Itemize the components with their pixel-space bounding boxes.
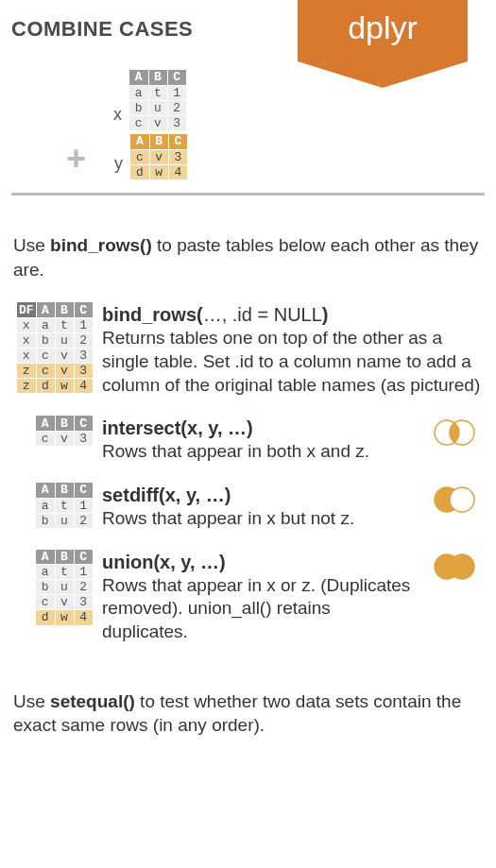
x-table: ABCat1bu2cv3 — [129, 70, 186, 130]
intersect-desc: Rows that appear in both x and z. — [102, 440, 417, 464]
intersect-table: ABCcv3 — [36, 416, 93, 446]
y-label: y — [114, 154, 123, 174]
sig-post: ) — [322, 304, 329, 325]
intersect-block: ABCcv3 intersect(x, y, …) Rows that appe… — [0, 404, 496, 471]
plus-icon: + — [66, 142, 86, 176]
union-table: ABCat1bu2cv3dw4 — [36, 550, 93, 625]
y-table: ABCcv3dw4 — [130, 134, 187, 179]
bind-rows-sig: bind_rows(…, .id = NULL) — [102, 302, 483, 327]
venn-union-icon — [430, 550, 479, 584]
section-title: COMBINE CASES — [11, 17, 193, 42]
union-desc: Rows that appear in x or z. (Duplicates … — [102, 574, 417, 644]
union-sig: union(x, y, …) — [102, 550, 417, 574]
union-block: ABCat1bu2cv3dw4 union(x, y, …) Rows that… — [0, 538, 496, 652]
sig-mid: …, .id = NULL — [203, 304, 322, 325]
svg-point-7 — [450, 554, 474, 579]
sig-pre: bind_rows( — [102, 304, 203, 325]
setdiff-desc: Rows that appear in x but not z. — [102, 507, 417, 531]
intro-fn: bind_rows() — [50, 235, 152, 255]
intro-pre: Use — [13, 235, 50, 255]
setdiff-sig: setdiff(x, y, …) — [102, 483, 417, 507]
venn-setdiff-icon — [430, 483, 479, 517]
bind-rows-block: DFABCxat1xbu2xcv3zcv3zdw4 bind_rows(…, .… — [0, 291, 496, 404]
svg-point-5 — [450, 487, 474, 512]
intro-text: Use bind_rows() to paste tables below ea… — [0, 196, 496, 291]
outro-fn: setequal() — [50, 691, 135, 711]
outro-text: Use setequal() to test whether two data … — [0, 652, 496, 747]
bind-rows-desc: Returns tables one on top of the other a… — [102, 327, 483, 397]
setdiff-table: ABCat1bu2 — [36, 483, 93, 528]
package-ribbon: dplyr — [298, 0, 468, 61]
intersect-sig: intersect(x, y, …) — [102, 416, 417, 440]
venn-intersect-icon — [430, 416, 479, 450]
setdiff-block: ABCat1bu2 setdiff(x, y, …) Rows that app… — [0, 471, 496, 538]
x-label: x — [113, 105, 122, 125]
bind-rows-table: DFABCxat1xbu2xcv3zcv3zdw4 — [17, 302, 93, 393]
outro-pre: Use — [13, 691, 50, 711]
